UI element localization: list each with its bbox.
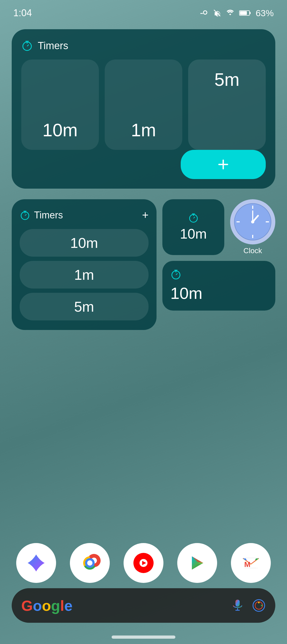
small-add-button[interactable]: + <box>142 209 149 222</box>
large-timer-buttons: 10m 1m 5m <box>21 60 266 150</box>
gmail-logo: M <box>239 551 263 575</box>
app-dock: M <box>0 543 287 583</box>
list-timer-5m-label: 5m <box>74 298 94 315</box>
ytmusic-app-icon[interactable] <box>124 543 163 583</box>
gemini-app-icon[interactable] <box>16 543 56 583</box>
battery-icon <box>239 9 252 17</box>
timer-icon-medium <box>170 269 182 280</box>
timer-icon-tiny <box>188 213 199 223</box>
svg-text:M: M <box>244 560 250 569</box>
svg-point-54 <box>261 605 263 606</box>
clock-label: Clock <box>243 247 262 255</box>
small-timer-value: 10m <box>180 226 207 242</box>
small-timer-widget[interactable]: 10m <box>162 199 224 255</box>
timer-1m-large[interactable]: 1m <box>105 60 182 150</box>
add-btn-row <box>21 155 266 179</box>
timer-1m-label: 1m <box>131 120 156 140</box>
medium-timer-value: 10m <box>170 284 267 303</box>
small-widget-title: Timers <box>34 210 63 221</box>
small-header-left: Timers <box>20 210 63 221</box>
svg-point-24 <box>251 220 254 223</box>
search-action-icons <box>231 599 266 612</box>
small-widget-header: Timers + <box>20 209 149 222</box>
clock-row: 10m <box>162 199 275 255</box>
medium-timer-widget[interactable]: 10m <box>162 261 275 311</box>
svg-point-53 <box>258 602 260 603</box>
timer-10m-label: 10m <box>43 120 78 140</box>
gemini-logo <box>26 552 47 574</box>
ytmusic-logo <box>132 551 155 575</box>
right-widgets: 10m <box>162 199 275 330</box>
status-bar: 1:04 63% <box>0 0 287 21</box>
large-timer-widget: Timers 10m 1m 5m <box>12 29 275 189</box>
search-bar[interactable]: Google <box>12 588 275 623</box>
timer-10m-large[interactable]: 10m <box>21 60 99 150</box>
timer-icon-large <box>21 40 33 52</box>
home-indicator <box>112 635 175 639</box>
chrome-logo <box>78 551 102 575</box>
status-icons: 63% <box>200 8 274 18</box>
svg-rect-3 <box>240 11 247 15</box>
svg-rect-2 <box>250 12 251 14</box>
clock-face <box>233 202 273 242</box>
timer-icon-small <box>20 210 30 221</box>
svg-line-10 <box>25 214 26 215</box>
list-timer-1m-label: 1m <box>74 266 94 283</box>
svg-line-6 <box>27 45 29 46</box>
play-logo <box>185 551 209 575</box>
mute-icon <box>213 9 222 17</box>
svg-line-14 <box>193 217 195 218</box>
chrome-app-icon[interactable] <box>70 543 110 583</box>
key-icon <box>200 10 209 16</box>
play-store-app-icon[interactable] <box>177 543 217 583</box>
widgets-row: Timers + 10m 1m 5m 10m <box>12 199 275 330</box>
svg-point-51 <box>253 600 265 611</box>
google-logo: Google <box>21 597 73 614</box>
timer-5m-label: 5m <box>214 69 239 90</box>
large-widget-header: Timers <box>21 40 266 52</box>
lens-icon[interactable] <box>252 599 266 612</box>
microphone-icon[interactable] <box>231 599 244 612</box>
list-timer-1m[interactable]: 1m <box>20 261 149 289</box>
add-timer-button[interactable] <box>181 150 266 179</box>
large-widget-title: Timers <box>38 40 68 52</box>
svg-rect-48 <box>235 600 240 607</box>
status-time: 1:04 <box>13 7 32 19</box>
svg-line-27 <box>176 273 178 275</box>
list-timer-5m[interactable]: 5m <box>20 293 149 320</box>
battery-percent: 63% <box>256 8 274 18</box>
list-timer-10m[interactable]: 10m <box>20 229 149 257</box>
list-timer-10m-label: 10m <box>70 235 98 251</box>
clock-icon[interactable] <box>230 199 275 244</box>
timer-5m-large[interactable]: 5m <box>188 60 266 150</box>
gmail-app-icon[interactable]: M <box>231 543 271 583</box>
wifi-icon <box>225 9 235 17</box>
svg-point-32 <box>87 560 92 566</box>
small-list-timer-widget: Timers + 10m 1m 5m <box>12 199 157 330</box>
clock-widget[interactable]: Clock <box>230 199 275 255</box>
